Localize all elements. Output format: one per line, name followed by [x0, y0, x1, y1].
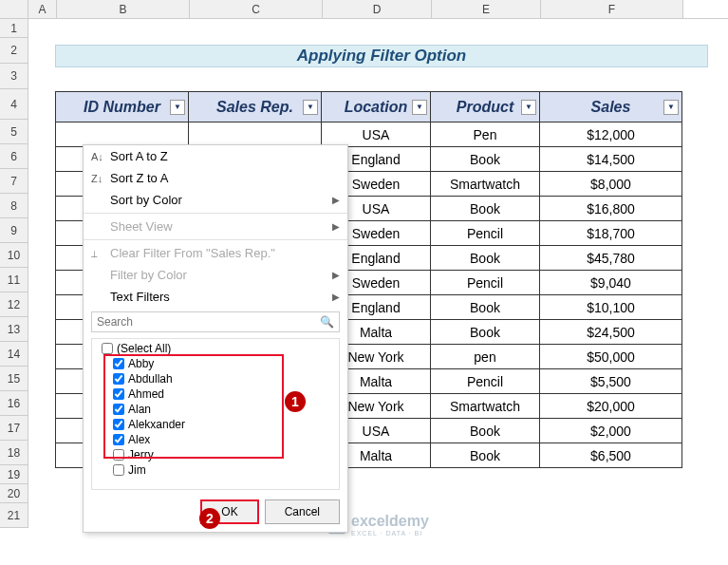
row-header-13[interactable]: 13: [0, 317, 28, 342]
row-header-11[interactable]: 11: [0, 268, 28, 292]
cell[interactable]: $10,100: [540, 295, 682, 320]
filter-item[interactable]: Abby: [96, 356, 335, 371]
cell[interactable]: Book: [431, 419, 540, 443]
cell[interactable]: $8,000: [540, 172, 682, 197]
cell[interactable]: Book: [431, 320, 540, 345]
select-all-item[interactable]: (Select All): [96, 341, 335, 356]
row-header-7[interactable]: 7: [0, 169, 28, 194]
filter-item[interactable]: Jerry: [96, 447, 335, 462]
filter-checkbox[interactable]: [113, 404, 124, 415]
row-header-12[interactable]: 12: [0, 292, 28, 317]
filter-checklist[interactable]: (Select All) AbbyAbdullahAhmedAlanAlekxa…: [91, 338, 340, 490]
row-header-10[interactable]: 10: [0, 243, 28, 268]
row-header-9[interactable]: 9: [0, 218, 28, 243]
row-header-17[interactable]: 17: [0, 416, 28, 441]
cell[interactable]: $2,000: [540, 419, 682, 443]
row-header-16[interactable]: 16: [0, 391, 28, 416]
cell[interactable]: USA: [322, 122, 431, 147]
filter-item[interactable]: Alex: [96, 432, 335, 447]
filter-checkbox[interactable]: [113, 449, 124, 461]
col-header-E[interactable]: E: [432, 0, 541, 18]
header-sales: Sales▼: [540, 92, 682, 122]
filter-item[interactable]: Abdullah: [96, 371, 335, 386]
cell[interactable]: Book: [431, 246, 540, 271]
cell[interactable]: $16,800: [540, 197, 682, 221]
filter-button-product[interactable]: ▼: [521, 100, 536, 115]
header-product: Product▼: [431, 92, 540, 122]
row-header-14[interactable]: 14: [0, 342, 28, 367]
cell[interactable]: $14,500: [540, 147, 682, 172]
cell[interactable]: Pen: [431, 122, 540, 147]
row-header-21[interactable]: 21: [0, 503, 28, 528]
filter-button-sales[interactable]: ▼: [663, 100, 679, 115]
col-header-D[interactable]: D: [323, 0, 432, 18]
row-header-2[interactable]: 2: [0, 38, 28, 64]
cell[interactable]: $50,000: [540, 345, 682, 369]
cell[interactable]: Book: [431, 443, 540, 468]
filter-item[interactable]: Alekxander: [96, 417, 335, 432]
cell[interactable]: $20,000: [540, 394, 682, 419]
cell[interactable]: [189, 122, 322, 147]
text-filters[interactable]: Text Filters▶: [84, 286, 347, 308]
callout-1: 1: [285, 391, 306, 412]
row-header-1[interactable]: 1: [0, 19, 28, 38]
row-header-15[interactable]: 15: [0, 367, 28, 391]
callout-2: 2: [199, 508, 220, 529]
filter-by-color: Filter by Color▶: [84, 264, 347, 286]
sort-az[interactable]: A↓Sort A to Z: [84, 145, 347, 167]
sheet-view: Sheet View▶: [84, 216, 347, 237]
row-header-20[interactable]: 20: [0, 484, 28, 503]
cell[interactable]: Book: [431, 295, 540, 320]
row-header-6[interactable]: 6: [0, 144, 28, 169]
cell[interactable]: pen: [431, 345, 540, 369]
col-header-F[interactable]: F: [541, 0, 683, 18]
sort-az-icon: A↓: [91, 151, 110, 162]
filter-item[interactable]: Jim: [96, 462, 335, 478]
cell[interactable]: Pencil: [431, 221, 540, 246]
row-header-3[interactable]: 3: [0, 64, 28, 89]
search-input[interactable]: [91, 311, 340, 332]
clear-filter-icon: ⟂: [91, 248, 110, 259]
cell[interactable]: $9,040: [540, 271, 682, 295]
cell[interactable]: $18,700: [540, 221, 682, 246]
filter-checkbox[interactable]: [113, 419, 124, 430]
cancel-button[interactable]: Cancel: [265, 499, 340, 524]
cell[interactable]: Book: [431, 147, 540, 172]
sort-by-color[interactable]: Sort by Color▶: [84, 189, 347, 211]
col-header-C[interactable]: C: [190, 0, 323, 18]
filter-checkbox[interactable]: [113, 464, 124, 476]
row-header-19[interactable]: 19: [0, 465, 28, 484]
header-id: ID Number▼: [56, 92, 189, 122]
cell[interactable]: $5,500: [540, 369, 682, 394]
cell[interactable]: [56, 122, 189, 147]
select-all-corner[interactable]: [0, 0, 28, 18]
cell[interactable]: Smartwatch: [431, 172, 540, 197]
cell[interactable]: $24,500: [540, 320, 682, 345]
filter-checkbox[interactable]: [113, 388, 124, 400]
cell[interactable]: $45,780: [540, 246, 682, 271]
cell[interactable]: Book: [431, 197, 540, 221]
filter-checkbox[interactable]: [113, 358, 124, 369]
select-all-checkbox[interactable]: [102, 343, 113, 354]
filter-button-id[interactable]: ▼: [170, 100, 185, 115]
col-header-B[interactable]: B: [57, 0, 190, 18]
row-header-5[interactable]: 5: [0, 120, 28, 144]
sort-za-icon: Z↓: [91, 173, 110, 184]
row-header-18[interactable]: 18: [0, 441, 28, 465]
cell[interactable]: Pencil: [431, 369, 540, 394]
cell[interactable]: $6,500: [540, 443, 682, 468]
filter-checkbox[interactable]: [113, 373, 124, 385]
table-row: USAPen$12,000: [56, 122, 682, 147]
sort-za[interactable]: Z↓Sort Z to A: [84, 167, 347, 189]
row-header-8[interactable]: 8: [0, 194, 28, 218]
filter-button-salesrep[interactable]: ▼: [303, 100, 318, 115]
cell[interactable]: Pencil: [431, 271, 540, 295]
row-header-4[interactable]: 4: [0, 89, 28, 120]
filter-button-location[interactable]: ▼: [412, 100, 427, 115]
col-header-A[interactable]: A: [28, 0, 57, 18]
chevron-right-icon: ▶: [332, 292, 340, 302]
header-location: Location▼: [322, 92, 431, 122]
cell[interactable]: Smartwatch: [431, 394, 540, 419]
filter-checkbox[interactable]: [113, 434, 124, 445]
cell[interactable]: $12,000: [540, 122, 682, 147]
